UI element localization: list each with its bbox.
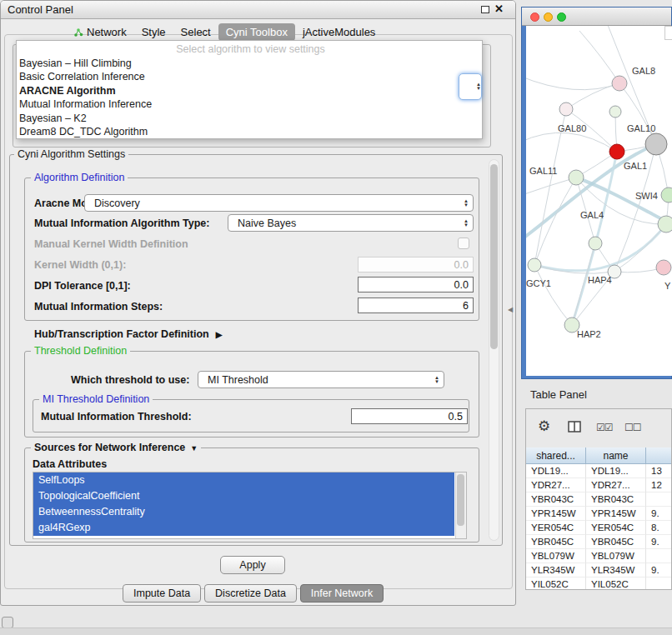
table-row[interactable]: YPR145W YPR145W 9.: [526, 507, 672, 521]
deselect-all-rows-icon[interactable]: ☐☐: [624, 422, 641, 433]
attribute-item[interactable]: SelfLoops: [33, 472, 454, 488]
apply-button[interactable]: Apply: [220, 556, 285, 574]
table-row[interactable]: YBR043C YBR043C: [526, 492, 672, 507]
mi-type-label: Mutual Information Algorithm Type:: [34, 218, 209, 229]
aracne-mode-select[interactable]: Discovery ▲▼: [84, 194, 474, 212]
cell: 12: [646, 478, 672, 492]
manual-kernel-label: Manual Kernel Width Definition: [34, 238, 188, 250]
tab-discretize-data[interactable]: Discretize Data: [204, 584, 297, 602]
cell: 9.: [646, 535, 672, 549]
column-header[interactable]: shared...: [526, 448, 586, 464]
network-node-highlighted[interactable]: [609, 144, 624, 159]
algorithm-option[interactable]: Bayesian – Hill Climbing: [17, 57, 482, 71]
attribute-item[interactable]: TopologicalCoefficient: [33, 488, 454, 504]
settings-group-title: Cyni Algorithm Settings: [14, 148, 128, 160]
select-all-rows-icon[interactable]: ☑☑: [596, 422, 613, 433]
node-label: HAP2: [577, 329, 601, 339]
table-row[interactable]: YIL052C YIL052C: [526, 578, 672, 590]
attributes-scrollbar-track[interactable]: [455, 472, 466, 538]
cell: YBR045C: [586, 535, 646, 549]
gear-icon[interactable]: ⚙: [538, 418, 550, 435]
sources-header[interactable]: Sources for Network Inference▼: [31, 442, 201, 453]
minimized-panel-grip[interactable]: [2, 617, 13, 628]
tab-jactivemodules[interactable]: jActiveModules: [295, 23, 383, 41]
close-window-icon[interactable]: ✕: [494, 2, 504, 15]
network-canvas[interactable]: GAL8 GAL80 GAL10 GAL11 GAL1 SWI4 GAL4 GC…: [526, 26, 672, 376]
network-node[interactable]: [658, 216, 672, 232]
table-row[interactable]: YBR045C YBR045C 9.: [526, 535, 672, 549]
control-panel-window: Control Panel ✕ Network Style Select Cyn…: [0, 0, 516, 606]
network-node[interactable]: [645, 133, 667, 155]
cell: YER054C: [526, 521, 586, 535]
network-window-titlebar[interactable]: [522, 8, 671, 26]
tab-cyni-toolbox[interactable]: Cyni Toolbox: [218, 23, 295, 41]
attribute-item[interactable]: BetweennessCentrality: [33, 504, 454, 520]
kernel-width-label: Kernel Width (0,1):: [34, 259, 126, 271]
hub-definition-header[interactable]: Hub/Transcription Factor Definition▶: [34, 328, 222, 340]
attributes-scrollbar-thumb[interactable]: [457, 474, 464, 526]
network-node[interactable]: [569, 170, 584, 185]
cell: YER054C: [586, 521, 646, 535]
tab-network[interactable]: Network: [66, 23, 134, 41]
table-row[interactable]: YER054C YER054C 8.: [526, 521, 672, 535]
column-header[interactable]: [646, 448, 672, 464]
tab-select[interactable]: Select: [173, 23, 218, 41]
algorithm-select-combo[interactable]: ▲▼: [459, 73, 482, 100]
tab-label: Style: [142, 26, 166, 38]
node-label: GCY1: [526, 278, 551, 288]
node-label: GAL8: [632, 66, 655, 76]
tab-style[interactable]: Style: [134, 23, 173, 41]
network-node[interactable]: [559, 102, 573, 116]
algorithm-option-selected[interactable]: ARACNE Algorithm: [17, 84, 482, 98]
algorithm-option[interactable]: Bayesian – K2: [17, 112, 482, 126]
expand-right-icon[interactable]: ▶: [216, 330, 223, 339]
combo-arrows-icon: ▲▼: [464, 219, 469, 228]
table-row[interactable]: YDR27... YDR27... 12: [526, 478, 672, 492]
combo-arrows-icon: ▲▼: [434, 376, 439, 384]
mi-type-select[interactable]: Naive Bayes ▲▼: [228, 214, 474, 232]
mi-steps-field[interactable]: [358, 298, 474, 313]
minimize-traffic-light-icon[interactable]: [544, 12, 553, 22]
window-bottom-edge: [0, 628, 672, 635]
tab-infer-network[interactable]: Infer Network: [300, 584, 384, 602]
cell: [646, 578, 672, 590]
network-node[interactable]: [589, 237, 602, 250]
attribute-item[interactable]: gal4RGexp: [33, 520, 454, 536]
panel-splitter-arrow[interactable]: ◀: [508, 306, 513, 313]
table-row[interactable]: YBL079W YBL079W: [526, 549, 672, 563]
algorithm-option[interactable]: Mutual Information Inference: [17, 98, 482, 112]
table-row[interactable]: YDL19... YDL19... 13: [526, 464, 672, 478]
mi-type-value: Naive Bayes: [238, 218, 296, 229]
data-attributes-list[interactable]: SelfLoops TopologicalCoefficient Between…: [33, 472, 467, 539]
zoom-traffic-light-icon[interactable]: [557, 12, 566, 22]
table-toolbar: ⚙ ☑☑ ☐☐: [526, 409, 671, 446]
cell: YBR043C: [586, 492, 646, 507]
aracne-mode-value: Discovery: [94, 198, 140, 209]
column-header[interactable]: name: [586, 448, 646, 464]
which-threshold-select[interactable]: MI Threshold ▲▼: [198, 371, 444, 388]
column-selector-icon[interactable]: [568, 421, 581, 436]
node-label: GAL80: [558, 123, 586, 133]
tab-impute-data[interactable]: Impute Data: [123, 584, 201, 602]
network-node[interactable]: [528, 258, 541, 272]
node-label: GAL1: [624, 161, 647, 171]
close-traffic-light-icon[interactable]: [530, 12, 539, 22]
tab-label: Network: [87, 26, 127, 38]
window-title: Control Panel: [8, 1, 73, 19]
tab-bar: Network Style Select Cyni Toolbox jActiv…: [66, 23, 383, 41]
network-scroll-corner: [664, 26, 672, 40]
collapse-down-icon[interactable]: ▼: [190, 444, 198, 452]
settings-scrollbar-thumb[interactable]: [490, 164, 498, 349]
network-node[interactable]: [661, 188, 672, 202]
table-row[interactable]: YLR345W YLR345W 9.: [526, 563, 672, 578]
algorithm-option[interactable]: Basic Correlation Inference: [17, 70, 482, 84]
dpi-tolerance-field[interactable]: [358, 277, 474, 292]
algorithm-option[interactable]: Dream8 DC_TDC Algorithm: [17, 125, 482, 139]
network-node[interactable]: [609, 106, 621, 118]
network-node[interactable]: [612, 76, 627, 91]
network-node[interactable]: [656, 260, 671, 275]
kernel-width-field: [358, 257, 474, 272]
mi-threshold-field[interactable]: [351, 408, 468, 424]
control-panel-titlebar[interactable]: Control Panel ✕: [1, 1, 515, 19]
float-window-icon[interactable]: [481, 6, 489, 13]
